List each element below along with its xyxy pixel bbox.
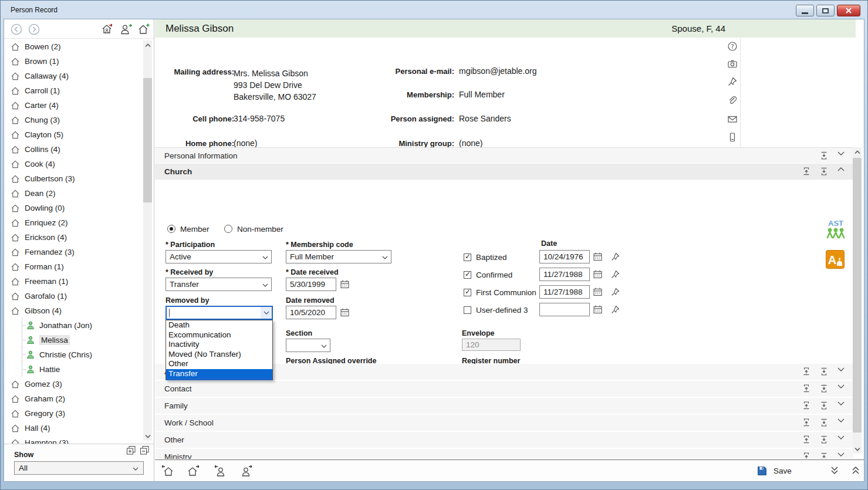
sidebar-scrollbar[interactable] [143, 40, 152, 441]
photo-button[interactable] [727, 59, 738, 69]
family-list-item[interactable]: Brown (1) [4, 54, 154, 69]
pin-section-up-icon[interactable] [802, 384, 811, 393]
main-scrollbar[interactable] [853, 147, 862, 454]
family-list-item[interactable]: Culbertson (3) [4, 171, 154, 186]
family-list-item[interactable]: Forman (1) [4, 259, 154, 274]
dropdown-option[interactable]: Inactivity [166, 340, 272, 350]
pin-section-down-icon[interactable] [819, 418, 829, 427]
expand-all-sections-button[interactable] [850, 465, 863, 478]
dropdown-option[interactable]: Transfer [166, 369, 272, 379]
save-button-label[interactable]: Save [774, 467, 792, 475]
milestone-calendar-button[interactable] [593, 305, 603, 315]
family-list-item[interactable]: Fernandez (3) [4, 245, 154, 259]
section-header[interactable]: Family [155, 398, 853, 414]
section-church[interactable]: Church [155, 164, 853, 180]
family-list-item[interactable]: Hattie [4, 362, 154, 377]
move-person-button[interactable] [101, 23, 114, 36]
pin-section-down-icon[interactable] [819, 435, 829, 444]
email-button[interactable] [727, 114, 738, 124]
milestone-calendar-button[interactable] [593, 252, 603, 262]
chevron-up-icon[interactable] [837, 167, 845, 176]
scroll-up-arrow[interactable] [853, 147, 862, 157]
pin-section-down-icon[interactable] [819, 384, 829, 393]
family-list-item[interactable]: Jonathan (Jon) [4, 318, 154, 333]
milestone-pin-button[interactable] [610, 252, 620, 262]
family-list-item[interactable]: Dean (2) [4, 186, 154, 201]
pin-section-up-icon[interactable] [802, 367, 811, 376]
previous-person-button[interactable] [214, 465, 227, 478]
chevron-down-icon[interactable] [837, 401, 845, 410]
family-list-item[interactable]: Cook (4) [4, 157, 154, 171]
section-header[interactable]: Ministry [155, 449, 853, 459]
family-list-item[interactable]: Dowling (0) [4, 201, 154, 215]
collapse-all-button[interactable] [140, 445, 150, 455]
family-list-item[interactable]: Collins (4) [4, 142, 154, 157]
family-list-item[interactable]: Melissa [4, 333, 154, 347]
family-list-item[interactable]: Christie (Chris) [4, 347, 154, 362]
date-received-calendar-button[interactable] [340, 279, 350, 290]
combobox-dropdown-button[interactable] [261, 307, 272, 319]
milestone-checkbox[interactable] [464, 254, 471, 261]
dropdown-option[interactable]: Moved (No Transfer) [166, 350, 272, 360]
expand-all-button[interactable] [126, 445, 136, 455]
chevron-down-icon[interactable] [837, 435, 845, 444]
received-by-select[interactable]: Transfer [166, 278, 272, 291]
participation-select[interactable]: Active [166, 250, 272, 263]
dropdown-option[interactable]: Excommunication [166, 330, 272, 340]
chevron-down-icon[interactable] [837, 384, 845, 393]
chevron-down-icon[interactable] [837, 367, 845, 376]
pin-section-down-icon[interactable] [819, 452, 829, 459]
section-header[interactable]: Other [155, 432, 853, 448]
milestone-checkbox[interactable] [464, 271, 471, 279]
family-list-item[interactable]: Erickson (4) [4, 230, 154, 245]
section-header[interactable]: Work / School [155, 415, 853, 431]
scrollbar-thumb[interactable] [143, 78, 152, 202]
minimize-button[interactable] [796, 5, 814, 16]
pin-section-down-icon[interactable] [819, 167, 829, 176]
family-list-item[interactable]: Gibson (4) [4, 303, 154, 318]
add-person-button[interactable] [120, 23, 133, 36]
family-list-item[interactable]: Hampton (3) [4, 435, 154, 444]
previous-family-button[interactable] [161, 465, 174, 478]
family-list-item[interactable]: Carter (4) [4, 98, 154, 113]
date-received-input[interactable]: 5/30/1999 [286, 278, 336, 291]
nonmember-radio[interactable] [224, 225, 232, 233]
family-list-item[interactable]: Garofalo (1) [4, 289, 154, 303]
pin-section-up-icon[interactable] [802, 435, 811, 444]
note-pin-button[interactable] [727, 76, 738, 87]
family-list-item[interactable]: Clayton (5) [4, 127, 154, 142]
chevron-down-icon[interactable] [837, 418, 845, 427]
family-list-item[interactable]: Chung (3) [4, 113, 154, 127]
pin-section-up-icon[interactable] [802, 452, 811, 459]
back-button[interactable] [10, 23, 23, 36]
save-button[interactable] [757, 466, 770, 479]
next-family-button[interactable] [186, 465, 199, 478]
chevron-down-icon[interactable] [837, 151, 845, 160]
pin-section-up-icon[interactable] [802, 401, 811, 410]
removed-by-combobox[interactable] [166, 306, 273, 320]
date-removed-input[interactable]: 10/5/2020 [286, 306, 336, 319]
help-button[interactable]: ? [727, 41, 738, 52]
family-list-item[interactable]: Bowen (2) [4, 39, 154, 54]
family-list-item[interactable]: Carroll (1) [4, 83, 154, 98]
milestone-pin-button[interactable] [610, 287, 620, 297]
scroll-down-arrow[interactable] [143, 431, 152, 441]
pin-section-down-icon[interactable] [819, 151, 829, 160]
next-person-button[interactable] [240, 465, 253, 478]
family-list-item[interactable]: Hall (4) [4, 421, 154, 435]
dropdown-option[interactable]: Death [166, 320, 272, 330]
pin-section-down-icon[interactable] [819, 367, 829, 376]
show-filter-select[interactable]: All [14, 461, 144, 475]
add-family-button[interactable] [137, 23, 150, 36]
scrollbar-thumb[interactable] [853, 158, 862, 432]
pin-section-up-icon[interactable] [802, 167, 811, 176]
family-list-item[interactable]: Enriquez (2) [4, 215, 154, 230]
milestone-date-input[interactable]: 11/27/1988 [539, 285, 590, 299]
section-header[interactable]: Contact [155, 381, 853, 397]
family-list-item[interactable]: Callaway (4) [4, 69, 154, 83]
milestone-calendar-button[interactable] [593, 269, 603, 279]
pin-section-up-icon[interactable] [802, 418, 811, 427]
member-radio[interactable] [167, 225, 175, 233]
close-button[interactable] [837, 5, 860, 16]
text-message-button[interactable] [727, 132, 738, 143]
